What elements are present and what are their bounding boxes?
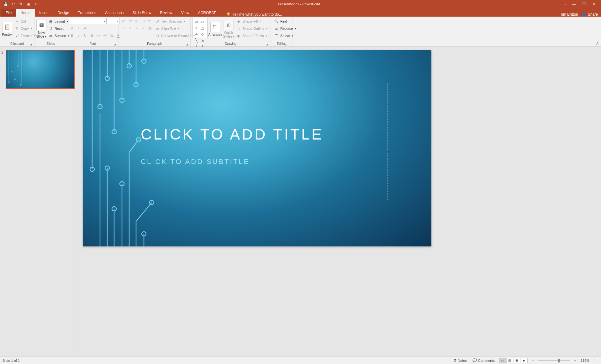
tell-me-search[interactable]: 💡 Tell me what you want to do... [220, 12, 282, 17]
svg-point-17 [150, 200, 154, 205]
restore-icon[interactable]: ❐ [580, 1, 588, 7]
increase-indent-button: ⇥ [140, 18, 146, 24]
shape-rect[interactable]: □ [200, 19, 205, 24]
zoom-out-button[interactable]: − [531, 359, 535, 362]
start-slideshow-icon[interactable]: ▣ [26, 2, 31, 7]
fit-to-window-button[interactable]: ⛶ [593, 359, 598, 362]
svg-point-9 [112, 129, 116, 134]
thumbnail-number: 1 [1, 50, 4, 89]
align-left-button: ≡ [120, 25, 127, 31]
shape-triangle[interactable]: △ [200, 25, 205, 31]
underline-button: U [82, 32, 88, 39]
zoom-in-button[interactable]: + [573, 359, 577, 362]
sorter-view-button[interactable]: ▦ [506, 358, 513, 363]
minimize-icon[interactable]: — [570, 1, 578, 7]
slide-thumbnail-pane[interactable]: 1 [0, 47, 78, 356]
align-text-icon: ▭ [155, 26, 160, 31]
shape-diamond[interactable]: ◇ [200, 31, 205, 37]
slide-counter[interactable]: Slide 1 of 1 [3, 359, 452, 362]
select-icon: ☰ [274, 33, 279, 38]
title-placeholder[interactable]: CLICK TO ADD TITLE [137, 83, 387, 150]
reset-icon: ↺ [48, 26, 53, 31]
quick-styles-icon: ◐ [224, 20, 234, 30]
cut-button: ✂Cut [13, 18, 45, 25]
select-button[interactable]: ☰Select▾ [273, 32, 297, 39]
tab-animations[interactable]: Animations [101, 9, 128, 17]
svg-point-16 [142, 59, 146, 63]
tell-me-placeholder: Tell me what you want to do... [233, 12, 282, 17]
save-icon[interactable]: 💾 [3, 2, 8, 7]
close-icon[interactable]: ✕ [590, 1, 598, 7]
window-title: Presentation1 - PowerPoint [38, 2, 560, 6]
copy-icon: ⎘ [14, 26, 19, 31]
tab-file[interactable]: File [1, 9, 16, 17]
drawing-dialog-launcher[interactable]: ◢ [266, 43, 268, 46]
strike-button: S [89, 32, 95, 39]
zoom-level[interactable]: 119% [581, 359, 589, 362]
account-name[interactable]: Tim Britton [560, 12, 578, 17]
slide-canvas-area[interactable]: CLICK TO ADD TITLE CLICK TO ADD SUBTITLE [78, 47, 601, 356]
share-button[interactable]: 👤 Share [582, 12, 598, 17]
clear-formatting-button: A̶ [82, 25, 88, 31]
tab-home[interactable]: Home [16, 9, 35, 17]
svg-point-18 [142, 232, 146, 236]
tab-review[interactable]: Review [156, 9, 177, 17]
tab-design[interactable]: Design [53, 9, 73, 17]
painter-icon: 🖌 [14, 33, 19, 38]
increase-font-button: A [69, 25, 75, 31]
numbering-button: 1≡ [127, 18, 133, 24]
arrange-button[interactable]: ⬚ Arrange▾ [208, 18, 222, 40]
tab-insert[interactable]: Insert [35, 9, 53, 17]
share-label: Share [588, 12, 598, 17]
group-drawing-label: Drawing [225, 42, 236, 45]
font-color-button: A [115, 32, 121, 39]
notes-icon: ≣ [454, 358, 456, 362]
tab-slideshow[interactable]: Slide Show [128, 9, 156, 17]
replace-icon: ab [274, 26, 279, 31]
tab-transitions[interactable]: Transitions [74, 9, 101, 17]
shape-effects-icon: ◉ [236, 33, 241, 38]
font-dialog-launcher[interactable]: ◢ [114, 43, 116, 46]
collapse-ribbon-button[interactable]: ᐱ [596, 42, 598, 45]
font-family-combo[interactable]: ▾ [69, 18, 107, 24]
paste-button[interactable]: 📋 Paste▾ [2, 18, 13, 40]
tab-acrobat[interactable]: ACROBAT [194, 9, 220, 17]
zoom-slider-handle[interactable] [558, 359, 560, 362]
reading-view-button[interactable]: ▣ [514, 358, 520, 363]
group-editing-label: Editing [273, 41, 291, 46]
normal-view-button[interactable]: ▭ [499, 358, 506, 363]
slideshow-view-button[interactable]: ▶ [521, 358, 528, 363]
svg-point-6 [98, 104, 102, 109]
format-painter-button: 🖌Format Painter [13, 32, 45, 39]
replace-button[interactable]: abReplace▾ [273, 25, 297, 32]
notes-button[interactable]: ≣Notes [452, 358, 468, 362]
columns-button: ▥ [147, 25, 153, 31]
align-center-button: ≡ [127, 25, 133, 31]
slide-thumbnail-1[interactable] [6, 50, 75, 89]
find-button[interactable]: 🔍Find [273, 18, 297, 25]
group-font-label: Font [89, 42, 96, 45]
redo-icon[interactable]: ↻ [18, 2, 23, 7]
subtitle-placeholder-text: CLICK TO ADD SUBTITLE [141, 158, 250, 166]
shape-fill-button: ◆Shape Fill▾ [235, 18, 269, 25]
align-text-button: ▭Align Text▾ [154, 25, 196, 32]
change-case-button: Aa [108, 32, 115, 39]
subtitle-placeholder[interactable]: CLICK TO ADD SUBTITLE [137, 153, 387, 200]
line-spacing-button: ≡↕ [147, 18, 153, 24]
tab-view[interactable]: View [177, 9, 194, 17]
comments-button[interactable]: 💬Comments [471, 358, 496, 362]
zoom-slider[interactable] [538, 360, 570, 361]
clipboard-dialog-launcher[interactable]: ◢ [30, 43, 32, 46]
paragraph-dialog-launcher[interactable]: ◢ [186, 43, 188, 46]
undo-icon[interactable]: ↶ [11, 2, 16, 7]
shape-outline-icon: ◇ [236, 26, 241, 31]
shape-effects-button: ◉Shape Effects▾ [235, 32, 269, 39]
comments-icon: 💬 [472, 358, 477, 362]
font-size-combo[interactable]: ▾ [107, 18, 119, 24]
customize-qat-icon[interactable]: ▾ [33, 2, 38, 7]
svg-point-8 [105, 166, 109, 170]
group-clipboard-label: Clipboard [10, 42, 24, 45]
svg-point-10 [112, 207, 116, 211]
text-direction-button: ↕AText Direction▾ [154, 18, 196, 25]
ribbon-options-icon[interactable]: ▭ [560, 1, 568, 7]
